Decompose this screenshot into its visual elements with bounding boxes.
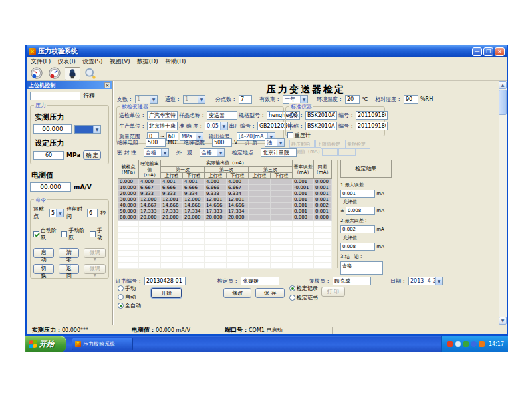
table-row[interactable]: 30.00012.00012.00112.00012.00112.0010.00… <box>118 197 332 203</box>
humidity-input[interactable] <box>404 95 418 104</box>
scroll-thumb[interactable] <box>499 90 507 115</box>
menu-view[interactable]: 视图(V) <box>110 57 130 66</box>
table-cell <box>161 257 183 263</box>
scroll-up-icon[interactable]: ▲ <box>499 81 507 89</box>
table-row[interactable]: 60.00020.00020.00020.00020.00020.0000.00… <box>118 215 332 221</box>
titlebar[interactable]: ✕ 压力校验系统 — ❐ ✕ <box>27 45 507 57</box>
table-cell: 0.000 <box>314 179 332 185</box>
radio-icon[interactable] <box>289 285 295 291</box>
auto-step-checkbox[interactable]: 自动阶跃 <box>33 227 59 241</box>
manual-step-checkbox[interactable]: 手动阶跃 <box>61 227 86 241</box>
modify-button[interactable]: 修改 <box>223 288 251 298</box>
pump-device-icon[interactable] <box>65 67 80 80</box>
return-button[interactable]: 返 回 <box>59 264 79 274</box>
date-select[interactable]: 2013- 4-28▼ <box>408 277 443 285</box>
radio-record[interactable]: 检定记录 <box>289 285 318 292</box>
menu-file[interactable]: 文件(F) <box>31 57 51 66</box>
chevron-down-icon[interactable]: ▼ <box>220 122 227 130</box>
menu-instrument[interactable]: 仪表(I) <box>57 57 76 66</box>
table-row[interactable]: 40.00014.66714.66614.66814.66614.6660.00… <box>118 203 332 209</box>
chevron-down-icon[interactable]: ▼ <box>300 96 307 103</box>
start-run-button[interactable]: 启 动 <box>33 248 54 258</box>
chevron-down-icon[interactable]: ▼ <box>93 126 100 133</box>
max-error-unit: mA <box>376 191 384 196</box>
scroll-down-icon[interactable]: ▼ <box>499 317 507 325</box>
switch-button[interactable]: 切 换 <box>33 264 54 274</box>
chevron-down-icon[interactable]: ▼ <box>277 139 284 146</box>
radio-icon[interactable] <box>118 294 124 300</box>
sender-input[interactable] <box>147 111 178 120</box>
gauge-blue-icon[interactable] <box>29 67 45 80</box>
vertical-scrollbar[interactable]: ▲ ▼ <box>499 81 507 325</box>
chevron-down-icon[interactable]: ▼ <box>161 149 168 156</box>
gauge-red-icon[interactable] <box>47 67 63 80</box>
dwell-input[interactable] <box>87 209 98 217</box>
menu-settings[interactable]: 设置(S) <box>82 57 103 66</box>
travel-input[interactable] <box>30 92 80 100</box>
panel-close-icon[interactable]: × <box>104 82 110 88</box>
radio-full-auto[interactable]: 全自动 <box>118 302 141 309</box>
checkbox-icon[interactable] <box>287 132 293 138</box>
env-temp-input[interactable] <box>345 95 360 104</box>
reviewer-input[interactable] <box>332 277 371 285</box>
resistance-input[interactable] <box>146 138 166 147</box>
max-error-value: 0.001 <box>340 190 375 198</box>
begin-button[interactable]: 开始 <box>151 288 182 298</box>
taskbar-app-button[interactable]: ✕ 压力校验系统 <box>72 338 133 350</box>
accuracy-select[interactable]: 0.05▼ <box>205 122 228 130</box>
location-input[interactable] <box>261 148 297 157</box>
std1-no-input[interactable] <box>356 111 388 120</box>
radio-icon[interactable] <box>118 303 124 309</box>
std2-no-input[interactable] <box>356 122 388 130</box>
chevron-down-icon[interactable]: ▼ <box>56 209 63 217</box>
strength-input[interactable] <box>212 138 232 147</box>
radio-auto[interactable]: 自动 <box>118 293 141 301</box>
search-icon[interactable] <box>82 67 98 80</box>
checkbox-icon[interactable] <box>90 231 96 237</box>
minimize-button[interactable]: — <box>472 47 482 56</box>
radio-icon[interactable] <box>289 295 295 301</box>
color-select[interactable]: ▼ <box>74 125 101 134</box>
menu-data[interactable]: 数据(D) <box>137 57 158 66</box>
close-button[interactable]: ✕ <box>495 47 505 56</box>
restore-button[interactable]: ❐ <box>483 47 493 56</box>
radio-certificate[interactable]: 检定证书 <box>289 294 318 301</box>
std2-name-input[interactable] <box>305 122 337 130</box>
table-row[interactable]: 10.0006.6676.6666.6666.6666.667-0.0010.0… <box>118 185 332 191</box>
table-row[interactable]: 50.00017.33317.33317.33417.33317.3340.00… <box>118 209 332 215</box>
radio-icon[interactable] <box>118 285 124 291</box>
tray-icon-2[interactable] <box>455 341 461 347</box>
sample-input[interactable] <box>207 111 237 120</box>
set-pressure-input[interactable] <box>33 151 64 160</box>
checkbox-icon[interactable] <box>33 231 39 237</box>
manual-checkbox[interactable]: 手动 <box>90 227 106 241</box>
tray-icon-4[interactable] <box>471 341 477 347</box>
control-panel-header[interactable]: 上位机控制 × <box>27 81 112 89</box>
tray-icon-1[interactable] <box>447 341 453 347</box>
cruise-select[interactable]: 5 ▼ <box>49 209 64 217</box>
seal-select[interactable]: 合格▼ <box>144 148 169 157</box>
points-input[interactable] <box>239 95 252 104</box>
cert-input[interactable] <box>144 277 186 285</box>
save-button[interactable]: 保 存 <box>255 288 285 298</box>
start-button[interactable]: 开始 <box>25 336 66 352</box>
medium-select[interactable]: 油▼ <box>265 138 285 147</box>
zero-button[interactable]: 清 零 <box>59 248 79 258</box>
table-cell: 0.002 <box>314 203 332 209</box>
chevron-down-icon[interactable]: ▼ <box>217 149 224 156</box>
tray-icon-3[interactable] <box>463 341 469 347</box>
table-row[interactable]: 20.0009.3339.3339.3349.3339.3340.0010.00… <box>118 191 332 197</box>
chevron-down-icon[interactable]: ▼ <box>435 277 442 285</box>
menu-help[interactable]: 帮助(H) <box>165 57 186 66</box>
verifier-input[interactable] <box>241 277 279 285</box>
appearance-select[interactable]: 合格▼ <box>200 148 225 157</box>
tray-icon-5[interactable] <box>479 341 485 347</box>
radio-manual[interactable]: 手动 <box>118 285 141 292</box>
table-row[interactable]: 0.0004.0004.0014.0014.0004.0000.0010.000 <box>118 179 332 185</box>
weight-gauge-checkbox[interactable]: 重压计 <box>287 132 311 139</box>
checkbox-icon[interactable] <box>61 231 67 237</box>
confirm-button[interactable]: 确 定 <box>83 150 101 160</box>
maker-input[interactable] <box>147 122 178 130</box>
table-cell <box>227 233 249 239</box>
std1-name-input[interactable] <box>305 111 337 120</box>
